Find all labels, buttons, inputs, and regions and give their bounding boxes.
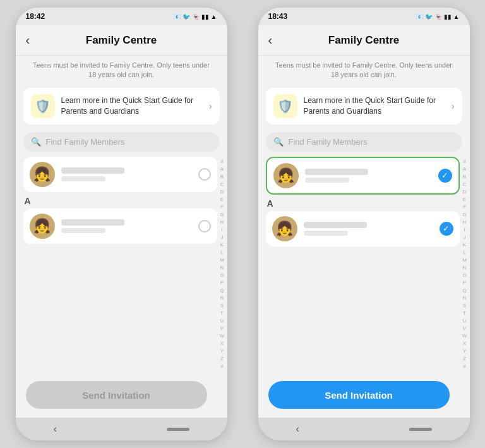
- left-subtitle: Teens must be invited to Family Centre. …: [16, 56, 227, 83]
- right-alpha-g[interactable]: G: [462, 211, 466, 219]
- left-contact-info-top-1: [61, 167, 192, 181]
- right-alpha-hash2[interactable]: #: [463, 363, 465, 370]
- right-status-icons: 📧 🐦 👻 ▮▮ ▲: [416, 13, 460, 20]
- right-contact-check-top-1[interactable]: ✓: [438, 169, 452, 183]
- right-notification-icon: 📧: [416, 13, 423, 20]
- right-alpha-u[interactable]: U: [463, 317, 467, 325]
- right-alpha-v[interactable]: V: [463, 325, 466, 332]
- left-contact-info-a-1: [61, 219, 192, 233]
- left-alpha-u[interactable]: U: [220, 317, 224, 325]
- left-alpha-h[interactable]: H: [220, 219, 224, 226]
- left-alpha-l[interactable]: L: [220, 249, 223, 257]
- left-alpha-hash[interactable]: #: [220, 158, 223, 166]
- left-alpha-v[interactable]: V: [220, 325, 224, 332]
- right-alpha-a[interactable]: A: [463, 166, 466, 173]
- right-bottom-home-indicator[interactable]: [409, 428, 432, 431]
- right-status-bar: 18:43 📧 🐦 👻 ▮▮ ▲: [258, 8, 470, 25]
- left-bottom-home-indicator[interactable]: [167, 428, 189, 431]
- left-twitter-icon: 🐦: [183, 13, 190, 20]
- right-alpha-c[interactable]: C: [463, 181, 467, 188]
- left-page-title: Family Centre: [86, 34, 157, 47]
- right-alpha-n[interactable]: N: [463, 264, 467, 272]
- left-quick-start-banner[interactable]: 🛡️ Learn more in the Quick Start Guide f…: [23, 88, 220, 124]
- right-contact-item-top-1[interactable]: 👧 ✓: [266, 157, 460, 195]
- left-back-button[interactable]: ‹: [26, 33, 30, 47]
- left-alpha-w[interactable]: W: [220, 332, 225, 340]
- left-alpha-c[interactable]: C: [220, 181, 224, 188]
- left-qs-text: Learn more in the Quick Start Guide for …: [61, 95, 203, 117]
- right-avatar-a-1: 👧: [272, 216, 297, 241]
- right-alpha-f[interactable]: F: [463, 203, 466, 211]
- left-alpha-q[interactable]: Q: [220, 287, 224, 294]
- right-alpha-s[interactable]: S: [463, 302, 466, 310]
- left-alpha-sidebar: # A B C D E F G H I J K L M N O P Q R S: [217, 157, 227, 418]
- right-alpha-o[interactable]: O: [462, 272, 466, 279]
- right-alpha-d[interactable]: D: [463, 188, 467, 196]
- right-contact-name-top-1: [305, 169, 368, 175]
- left-search-icon: 🔍: [31, 137, 41, 147]
- right-alpha-p[interactable]: P: [463, 279, 466, 287]
- left-send-invitation-button[interactable]: Send Invitation: [26, 381, 207, 409]
- right-alpha-m[interactable]: M: [462, 257, 467, 264]
- left-alpha-r[interactable]: R: [220, 294, 224, 302]
- left-alpha-g[interactable]: G: [220, 211, 224, 219]
- left-alpha-m[interactable]: M: [220, 257, 224, 264]
- right-alpha-z[interactable]: Z: [463, 355, 466, 363]
- left-contact-sub-a-1: [61, 228, 105, 233]
- right-alpha-i[interactable]: I: [464, 226, 465, 234]
- left-alpha-f[interactable]: F: [220, 203, 224, 211]
- right-alpha-q[interactable]: Q: [462, 287, 466, 294]
- left-alpha-j[interactable]: J: [221, 234, 224, 241]
- left-contact-radio-top-1[interactable]: [198, 168, 211, 181]
- right-section-a-label: A: [267, 198, 460, 209]
- right-alpha-j[interactable]: J: [464, 234, 466, 241]
- right-contact-sub-top-1: [305, 178, 349, 183]
- right-alpha-t[interactable]: T: [463, 310, 466, 317]
- left-contact-radio-a-1[interactable]: [198, 220, 211, 233]
- right-alpha-y[interactable]: Y: [463, 348, 466, 355]
- left-alpha-i[interactable]: I: [221, 226, 222, 234]
- left-content-area: 👧 A 👧: [16, 157, 227, 418]
- left-alpha-k[interactable]: K: [220, 241, 224, 249]
- left-alpha-o[interactable]: O: [220, 272, 224, 279]
- right-contact-item-a-1[interactable]: 👧 ✓: [266, 211, 460, 246]
- left-contact-name-top-1: [61, 167, 124, 174]
- right-bottom-btn-area: Send Invitation: [258, 375, 460, 418]
- left-alpha-y[interactable]: Y: [220, 348, 224, 355]
- left-contact-item-a-1[interactable]: 👧: [23, 209, 217, 244]
- left-alpha-t[interactable]: T: [220, 310, 224, 317]
- right-alpha-r[interactable]: R: [463, 294, 467, 302]
- left-alpha-z[interactable]: Z: [220, 355, 224, 363]
- left-search-bar[interactable]: 🔍 Find Family Members: [23, 132, 220, 152]
- right-alpha-e[interactable]: E: [463, 196, 466, 203]
- right-alpha-h[interactable]: H: [463, 219, 467, 226]
- right-alpha-w[interactable]: W: [462, 332, 467, 340]
- right-quick-start-banner[interactable]: 🛡️ Learn more in the Quick Start Guide f…: [266, 88, 462, 124]
- left-alpha-hash2[interactable]: #: [220, 363, 223, 370]
- right-alpha-k[interactable]: K: [463, 241, 466, 249]
- left-status-time: 18:42: [26, 12, 45, 21]
- left-alpha-x[interactable]: X: [220, 340, 224, 348]
- left-status-icons: 📧 🐦 👻 ▮▮ ▲: [173, 13, 217, 20]
- right-alpha-b[interactable]: B: [463, 173, 466, 181]
- left-alpha-d[interactable]: D: [220, 188, 224, 196]
- right-bottom-nav: ‹: [258, 418, 470, 440]
- right-search-bar[interactable]: 🔍 Find Family Members: [266, 132, 462, 152]
- right-alpha-l[interactable]: L: [463, 249, 465, 257]
- left-alpha-a[interactable]: A: [220, 166, 224, 173]
- right-alpha-hash[interactable]: #: [463, 158, 465, 166]
- right-back-button[interactable]: ‹: [268, 33, 273, 47]
- left-alpha-s[interactable]: S: [220, 302, 224, 310]
- left-alpha-e[interactable]: E: [220, 196, 224, 203]
- left-contact-item-top-1[interactable]: 👧: [23, 157, 217, 192]
- left-alpha-n[interactable]: N: [220, 264, 224, 272]
- right-contact-check-a-1[interactable]: ✓: [440, 222, 453, 236]
- right-send-invitation-button[interactable]: Send Invitation: [268, 381, 450, 409]
- left-bottom-back-icon[interactable]: ‹: [54, 423, 57, 435]
- right-search-placeholder: Find Family Members: [289, 137, 368, 147]
- left-alpha-p[interactable]: P: [220, 279, 224, 287]
- right-phone: 18:43 📧 🐦 👻 ▮▮ ▲ ‹ Family Centre Teens m…: [258, 8, 470, 440]
- left-alpha-b[interactable]: B: [220, 173, 224, 181]
- right-alpha-x[interactable]: X: [463, 340, 466, 348]
- right-bottom-back-icon[interactable]: ‹: [296, 423, 299, 435]
